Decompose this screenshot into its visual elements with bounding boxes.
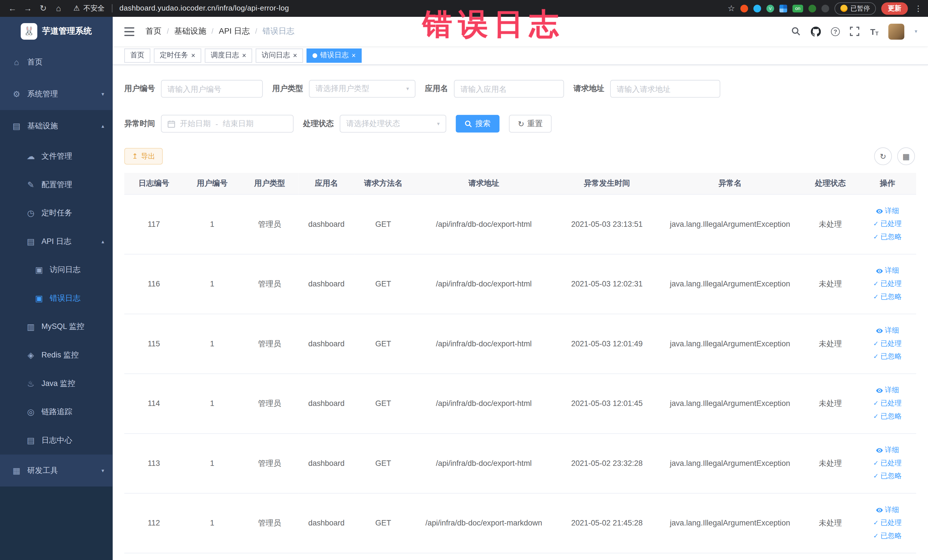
cell-user-id: 1 [183,254,241,314]
sidebar-item-job[interactable]: ◷ 定时任务 [0,199,112,227]
mark-ignored-link[interactable]: ✓ 已忽略 [873,232,902,242]
sidebar-item-file[interactable]: ☁ 文件管理 [0,142,112,171]
sidebar-item-mysql[interactable]: ▥ MySQL 监控 [0,312,112,341]
close-icon[interactable]: × [351,52,356,59]
mark-processed-link[interactable]: ✓ 已处理 [873,279,902,289]
detail-link[interactable]: 详细 [876,505,899,515]
extension-icon-grid[interactable] [779,5,787,12]
check-icon: ✓ [873,472,879,480]
search-icon[interactable] [791,26,801,37]
select-placeholder: 请选择用户类型 [316,84,369,94]
cell-actions: 详细 ✓ 已处理 ✓ 已忽略 [859,493,916,553]
cell-method: GET [355,314,412,374]
column-settings-button[interactable]: ▦ [897,148,915,165]
site-security-chip[interactable]: ⚠ 不安全 [73,3,104,13]
user-type-select[interactable]: 请选择用户类型 ▾ [309,80,415,98]
github-icon[interactable] [810,26,821,37]
sidebar-item-infra[interactable]: ▤ 基础设施 ▴ [0,110,112,142]
reload-icon[interactable]: ↻ [37,2,50,15]
eye-icon [876,267,883,275]
sidebar-item-java[interactable]: ♨ Java 监控 [0,369,112,398]
sidebar-item-system[interactable]: ⚙ 系统管理 ▾ [0,78,112,110]
browser-menu-icon[interactable]: ⋮ [914,4,922,12]
app-logo[interactable]: 🐰 芋道管理系统 [0,17,112,46]
home-icon[interactable]: ⌂ [52,2,65,15]
sidebar-item-config[interactable]: ✎ 配置管理 [0,170,112,199]
mark-ignored-link[interactable]: ✓ 已忽略 [873,351,902,362]
forward-icon[interactable]: → [21,2,35,15]
request-url-input[interactable] [610,80,720,98]
avatar-caret-icon[interactable]: ▾ [914,29,917,35]
cell-user-type: 管理员 [241,254,298,314]
detail-link[interactable]: 详细 [876,266,899,276]
cell-exception-name: java.lang.IllegalArgumentException [658,374,802,433]
exception-time-range-picker[interactable]: 开始日期 - 结束日期 [161,115,293,132]
fullscreen-icon[interactable] [850,26,860,37]
sidebar-item-error-log[interactable]: ▣ 错误日志 [0,284,112,313]
mark-ignored-link[interactable]: ✓ 已忽略 [873,411,902,421]
sidebar-item-devtools[interactable]: ▦ 研发工具 ▾ [0,455,112,487]
font-size-icon[interactable]: TT [869,26,879,37]
search-button[interactable]: 搜索 [456,115,499,132]
mark-ignored-link[interactable]: ✓ 已忽略 [873,531,902,541]
sidebar-item-log-center[interactable]: ▤ 日志中心 [0,426,112,455]
breadcrumb-current: 错误日志 [263,26,295,37]
refresh-table-button[interactable]: ↻ [874,148,892,165]
detail-link[interactable]: 详细 [876,445,899,455]
sidebar-item-api-log[interactable]: ▤ API 日志 ▴ [0,227,112,256]
tab-home[interactable]: 首页 [124,48,150,63]
extension-icon-on-badge[interactable]: on [792,5,803,12]
database-icon: ▥ [26,322,35,331]
address-bar[interactable]: dashboard.yudao.iocoder.cn/infra/log/api… [119,4,289,12]
export-button[interactable]: ↥ 导出 [124,148,163,165]
viewport: ← → ↻ ⌂ ⚠ 不安全 dashboard.yudao.iocoder.cn… [0,0,928,560]
extension-icon-green[interactable] [809,5,816,12]
extension-icon-dark[interactable] [821,5,829,12]
detail-link[interactable]: 详细 [876,385,899,395]
tab-error-log[interactable]: 错误日志 × [307,48,362,63]
tab-job[interactable]: 定时任务 × [154,48,201,63]
mark-ignored-link[interactable]: ✓ 已忽略 [873,292,902,302]
close-icon[interactable]: × [242,52,246,59]
cell-exception-name: java.lang.IllegalArgumentException [658,314,802,374]
user-id-input[interactable] [161,80,263,98]
profile-paused-pill[interactable]: 已暂停 [835,2,876,15]
sidebar-item-trace[interactable]: ◎ 链路追踪 [0,398,112,426]
mark-processed-link[interactable]: ✓ 已处理 [873,219,902,229]
close-icon[interactable]: × [191,52,195,59]
chrome-update-button[interactable]: 更新 [881,2,908,15]
sidebar-item-home[interactable]: ⌂ 首页 [0,46,112,78]
sidebar-item-redis[interactable]: ◈ Redis 监控 [0,341,112,369]
hamburger-icon[interactable] [123,25,135,37]
extension-icon-blue-drop[interactable] [753,5,761,12]
cell-actions: 详细 ✓ 已处理 ✓ 已忽略 [859,194,916,254]
detail-link[interactable]: 详细 [876,325,899,336]
tab-label: 访问日志 [262,50,290,60]
breadcrumb-item[interactable]: 首页 [145,26,162,37]
reset-button[interactable]: ↻ 重置 [509,115,551,132]
breadcrumb-item[interactable]: API 日志 [219,26,250,37]
mark-processed-link[interactable]: ✓ 已处理 [873,458,902,468]
mark-processed-link[interactable]: ✓ 已处理 [873,339,902,349]
avatar[interactable] [888,23,905,40]
help-icon[interactable]: ? [830,26,841,37]
back-icon[interactable]: ← [6,2,19,15]
extension-icon-orange[interactable] [740,5,748,12]
app-name-input[interactable] [454,80,564,98]
sidebar-item-label: 链路追踪 [41,406,72,417]
sidebar-item-access-log[interactable]: ▣ 访问日志 [0,256,112,284]
tab-job-log[interactable]: 调度日志 × [205,48,252,63]
chevron-up-icon: ▴ [102,123,104,129]
bookmark-star-icon[interactable]: ☆ [728,3,735,13]
process-status-select[interactable]: 请选择处理状态 ▾ [340,115,446,132]
tab-access-log[interactable]: 访问日志 × [256,48,303,63]
breadcrumb-item[interactable]: 基础设施 [174,26,206,37]
mark-ignored-link[interactable]: ✓ 已忽略 [873,471,902,481]
close-icon[interactable]: × [293,52,297,59]
mark-processed-link[interactable]: ✓ 已处理 [873,398,902,408]
cell-app-name: dashboard [298,314,355,374]
mark-processed-link[interactable]: ✓ 已处理 [873,518,902,528]
vue-devtools-extension-icon[interactable]: V [766,5,774,12]
detail-link[interactable]: 详细 [876,206,899,216]
logo-image: 🐰 [21,23,37,40]
